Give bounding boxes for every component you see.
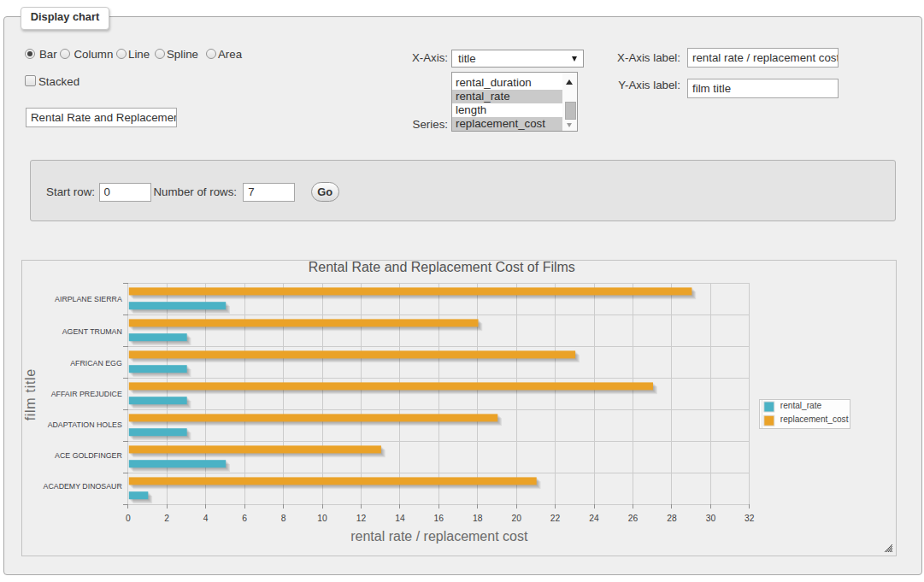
svg-text:28: 28 xyxy=(667,514,677,524)
svg-text:6: 6 xyxy=(242,514,247,524)
svg-text:replacement_cost: replacement_cost xyxy=(780,415,848,425)
svg-text:film title: film title xyxy=(22,368,37,420)
svg-text:rental_rate: rental_rate xyxy=(780,401,821,410)
svg-text:24: 24 xyxy=(589,514,599,524)
svg-text:4: 4 xyxy=(203,514,209,524)
svg-text:AGENT TRUMAN: AGENT TRUMAN xyxy=(62,327,121,336)
svg-text:32: 32 xyxy=(744,514,755,524)
svg-text:22: 22 xyxy=(550,514,561,524)
svg-text:16: 16 xyxy=(433,514,444,524)
svg-text:26: 26 xyxy=(627,514,638,524)
svg-text:ACE GOLDFINGER: ACE GOLDFINGER xyxy=(55,452,122,461)
svg-text:8: 8 xyxy=(280,514,285,524)
svg-text:10: 10 xyxy=(317,514,327,524)
svg-text:AFFAIR PREJUDICE: AFFAIR PREJUDICE xyxy=(50,390,121,398)
svg-text:2: 2 xyxy=(164,514,169,524)
svg-text:ACADEMY DINOSAUR: ACADEMY DINOSAUR xyxy=(43,483,121,491)
svg-text:rental rate / replacement cost: rental rate / replacement cost xyxy=(350,529,528,544)
svg-text:AFRICAN EGG: AFRICAN EGG xyxy=(70,359,122,367)
svg-text:AIRPLANE SIERRA: AIRPLANE SIERRA xyxy=(55,295,122,303)
svg-text:Rental Rate and Replacement Co: Rental Rate and Replacement Cost of Film… xyxy=(308,260,574,274)
svg-text:30: 30 xyxy=(705,514,715,524)
svg-text:20: 20 xyxy=(511,514,521,524)
svg-text:0: 0 xyxy=(126,514,131,524)
svg-text:ADAPTATION HOLES: ADAPTATION HOLES xyxy=(47,421,121,430)
svg-text:18: 18 xyxy=(473,514,483,524)
svg-text:12: 12 xyxy=(356,514,366,524)
svg-text:14: 14 xyxy=(395,514,405,524)
